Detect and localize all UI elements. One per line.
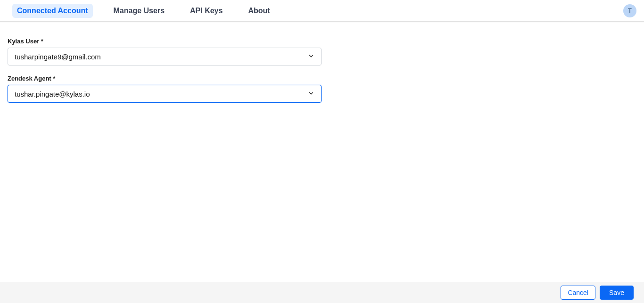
cancel-button[interactable]: Cancel: [561, 286, 595, 300]
label-text: Kylas User: [8, 38, 39, 45]
kylas-user-field-group: Kylas User * tusharpingate9@gmail.com: [8, 38, 322, 66]
kylas-user-select[interactable]: tusharpingate9@gmail.com: [8, 48, 322, 66]
chevron-down-icon: [308, 90, 314, 98]
chevron-down-icon: [308, 53, 314, 61]
select-value: tushar.pingate@kylas.io: [15, 90, 90, 98]
tab-label: About: [248, 7, 270, 15]
zendesk-agent-select[interactable]: tushar.pingate@kylas.io: [8, 85, 322, 103]
zendesk-agent-label: Zendesk Agent *: [8, 75, 322, 82]
tab-label: API Keys: [190, 7, 223, 15]
label-text: Zendesk Agent: [8, 75, 51, 82]
kylas-user-label: Kylas User *: [8, 38, 322, 45]
required-mark: *: [41, 38, 43, 45]
tab-label: Connected Account: [17, 7, 88, 15]
button-label: Cancel: [568, 289, 588, 296]
avatar[interactable]: T: [623, 4, 636, 17]
required-mark: *: [53, 75, 55, 82]
tab-label: Manage Users: [114, 7, 165, 15]
tab-about[interactable]: About: [243, 4, 274, 18]
button-label: Save: [609, 289, 624, 296]
tab-api-keys[interactable]: API Keys: [185, 4, 227, 18]
select-value: tusharpingate9@gmail.com: [15, 53, 101, 61]
header-bar: Connected Account Manage Users API Keys …: [0, 0, 644, 22]
footer-bar: Cancel Save: [0, 282, 644, 303]
save-button[interactable]: Save: [600, 286, 634, 300]
tab-manage-users[interactable]: Manage Users: [109, 4, 170, 18]
avatar-initial: T: [628, 7, 632, 14]
zendesk-agent-field-group: Zendesk Agent * tushar.pingate@kylas.io: [8, 75, 322, 103]
tab-connected-account[interactable]: Connected Account: [12, 4, 93, 18]
tab-list: Connected Account Manage Users API Keys …: [12, 4, 275, 18]
content-area: Kylas User * tusharpingate9@gmail.com Ze…: [0, 22, 644, 103]
